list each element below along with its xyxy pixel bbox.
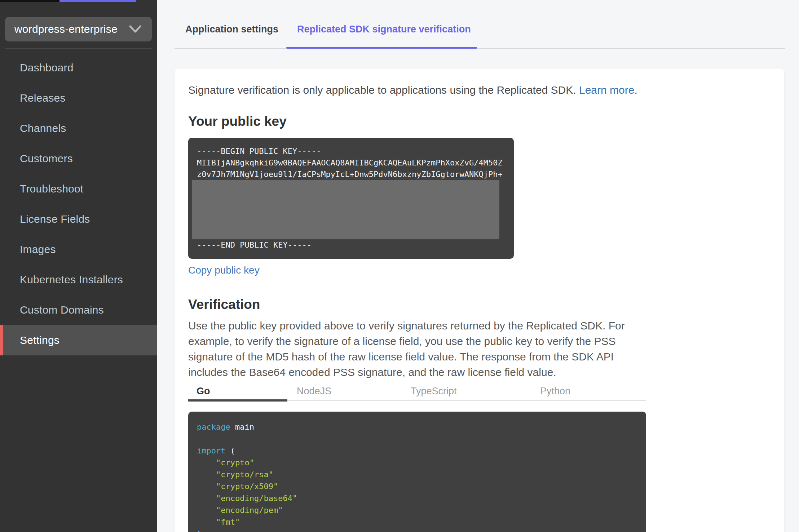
sidebar-item-label: Custom Domains <box>20 304 104 316</box>
code-line <box>197 433 637 445</box>
code-tab-typescript[interactable]: TypeScript <box>411 386 457 397</box>
active-tab-underline <box>286 47 477 49</box>
public-key-heading: Your public key <box>188 114 784 129</box>
code-token-kw: package <box>197 422 230 431</box>
sidebar-item-label: Customers <box>20 152 73 165</box>
code-token-plain <box>197 458 216 467</box>
code-token-str: "encoding/base64" <box>216 494 297 503</box>
code-token-plain <box>197 518 216 527</box>
code-tab-python[interactable]: Python <box>540 386 570 397</box>
code-language-tabs: GoNodeJSTypeScriptPython <box>188 384 646 401</box>
public-key-line: -----END PUBLIC KEY----- <box>197 239 505 251</box>
app-selector-label: wordpress-enterprise <box>14 23 118 35</box>
code-line: "crypto/x509" <box>197 480 637 492</box>
sidebar: wordpress-enterprise DashboardReleasesCh… <box>0 0 157 532</box>
sidebar-item-dashboard[interactable]: Dashboard <box>0 53 157 83</box>
verification-heading: Verification <box>188 297 784 312</box>
sidebar-item-license-fields[interactable]: License Fields <box>0 204 157 234</box>
code-line: "encoding/base64" <box>197 492 637 504</box>
learn-more-link[interactable]: Learn more <box>579 84 634 96</box>
code-line: "encoding/pem" <box>197 504 637 516</box>
intro-text-period: . <box>634 84 637 96</box>
tabs-divider <box>175 48 785 49</box>
sidebar-nav-list: DashboardReleasesChannelsCustomersTroubl… <box>0 53 157 355</box>
code-tab-nodejs[interactable]: NodeJS <box>297 386 331 397</box>
top-hairline-bar <box>0 0 799 2</box>
sidebar-item-label: License Fields <box>20 213 90 225</box>
tab-replicated-sdk-signature-verification[interactable]: Replicated SDK signature verification <box>297 24 471 35</box>
public-key-line: z0v7Jh7M1NgV1joeu9l1/IaCPsMpyIcL+Dnw5Pdv… <box>197 169 505 180</box>
sidebar-item-settings[interactable]: Settings <box>0 325 157 355</box>
header-tabs: Application settings Replicated SDK sign… <box>157 0 799 49</box>
intro-text: Signature verification is only applicabl… <box>188 82 693 98</box>
sidebar-item-images[interactable]: Images <box>0 234 157 265</box>
app-selector-dropdown[interactable]: wordpress-enterprise <box>5 17 152 41</box>
sidebar-item-label: Settings <box>20 334 59 346</box>
code-token-str: "encoding/pem" <box>216 506 283 515</box>
code-line: "crypto" <box>197 457 637 469</box>
code-token-plain <box>197 470 216 479</box>
sidebar-item-label: Images <box>20 243 56 256</box>
topbar-accent-segment <box>59 0 136 2</box>
code-tab-go[interactable]: Go <box>197 386 210 397</box>
code-sample-block: package main import ( "crypto" "crypto/r… <box>188 412 646 532</box>
sidebar-item-label: Kubernetes Installers <box>20 274 123 286</box>
sidebar-item-custom-domains[interactable]: Custom Domains <box>0 295 157 325</box>
code-line: "fmt" <box>197 516 637 528</box>
public-key-block: -----BEGIN PUBLIC KEY-----MIIBIjANBgkqhk… <box>188 138 514 259</box>
public-key-line: MIIBIjANBgkqhkiG9w0BAQEFAAOCAQ8AMIIBCgKC… <box>197 157 505 169</box>
verification-paragraph: Use the public key provided above to ver… <box>188 318 646 380</box>
tab-application-settings[interactable]: Application settings <box>185 24 278 35</box>
sidebar-divider <box>5 48 152 49</box>
code-token-str: "crypto/x509" <box>216 482 278 491</box>
code-token-str: "crypto" <box>216 458 254 467</box>
code-token-str: "crypto/rsa" <box>216 470 273 479</box>
active-code-tab-underline <box>188 399 287 402</box>
code-token-plain <box>197 494 216 503</box>
chevron-down-icon <box>129 25 142 34</box>
public-key-line: -----BEGIN PUBLIC KEY----- <box>197 146 505 157</box>
copy-public-key-link[interactable]: Copy public key <box>188 265 260 276</box>
sidebar-item-label: Channels <box>20 122 66 134</box>
public-key-redacted-region <box>192 180 499 239</box>
code-token-str: "fmt" <box>216 518 240 527</box>
code-token-plain <box>197 506 216 515</box>
sidebar-item-troubleshoot[interactable]: Troubleshoot <box>0 174 157 204</box>
code-line: ) <box>197 528 637 532</box>
main-area: Application settings Replicated SDK sign… <box>157 0 799 532</box>
sidebar-item-channels[interactable]: Channels <box>0 113 157 143</box>
code-line: import ( <box>197 445 637 457</box>
intro-text-body: Signature verification is only applicabl… <box>188 84 579 96</box>
code-token-plain: ) <box>197 529 202 532</box>
sidebar-item-customers[interactable]: Customers <box>0 143 157 174</box>
code-token-plain <box>197 482 216 491</box>
sidebar-item-label: Troubleshoot <box>20 183 83 195</box>
code-token-plain: ( <box>225 446 235 455</box>
sidebar-item-kubernetes-installers[interactable]: Kubernetes Installers <box>0 265 157 295</box>
code-token-kw: import <box>197 446 225 455</box>
code-token-plain: main <box>230 422 254 431</box>
sidebar-item-label: Releases <box>20 92 66 104</box>
settings-card: Signature verification is only applicabl… <box>175 68 784 532</box>
sidebar-item-label: Dashboard <box>20 62 74 74</box>
code-line: "crypto/rsa" <box>197 469 637 480</box>
code-line: package main <box>197 421 637 433</box>
sidebar-item-releases[interactable]: Releases <box>0 83 157 113</box>
topbar-dark-segment <box>0 0 59 2</box>
